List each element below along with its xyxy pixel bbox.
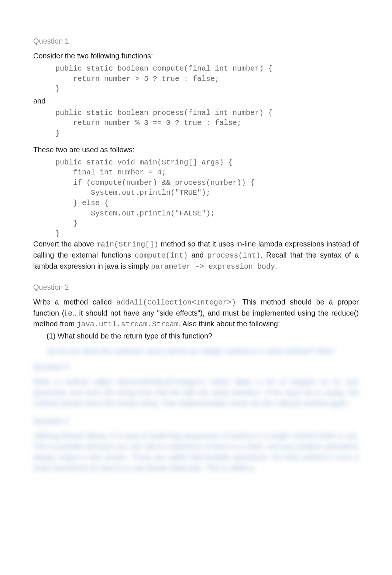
q1-code-compute: public static boolean compute(final int … — [55, 64, 359, 94]
text-fragment: Write a method called — [33, 298, 116, 306]
code-stream-class: java.util.stream.Stream — [77, 320, 179, 329]
q3-body-blurred: Write a method called descendSort(List<I… — [33, 377, 359, 409]
code-compute-sig: compute(int) — [135, 251, 188, 260]
blurred-content-region: (2) Do you think this method's return wi… — [33, 342, 359, 473]
q1-intro: Consider the two following functions: — [33, 51, 359, 61]
q1-code-main: public static void main(String[] args) {… — [55, 157, 359, 239]
q4-body-blurred: Utilizing Stream library, it is easy to … — [33, 431, 359, 473]
q1-and: and — [33, 96, 359, 106]
question-4-heading-blurred: Question 4 — [33, 417, 359, 425]
q1-convert-instruction: Convert the above main(String[]) method … — [33, 239, 359, 272]
question-1-heading: Question 1 — [33, 37, 359, 45]
q2-body: Write a method called addAll(Collection<… — [33, 297, 359, 330]
code-lambda-syntax: parameter -> expression body — [151, 262, 275, 271]
q2-item-1: (1) What should be the return type of th… — [33, 332, 359, 340]
code-main-sig: main(String[]) — [96, 240, 158, 249]
document-page: Question 1 Consider the two following fu… — [0, 0, 392, 498]
question-2-heading: Question 2 — [33, 283, 359, 292]
code-process-sig: process(int) — [207, 251, 261, 260]
text-fragment: . Also think about the following: — [179, 320, 280, 328]
text-fragment: and — [188, 251, 207, 259]
q1-code-process: public static boolean process(final int … — [55, 108, 359, 139]
code-addall-sig: addAll(Collection<Integer>) — [116, 298, 236, 307]
q1-used-as: These two are used as follows: — [33, 144, 359, 155]
q2-item-2-blurred: (2) Do you think this method's return wi… — [33, 347, 359, 355]
text-fragment: . — [275, 262, 277, 270]
text-fragment: Convert the above — [33, 240, 96, 248]
question-3-heading-blurred: Question 3 — [33, 363, 359, 371]
